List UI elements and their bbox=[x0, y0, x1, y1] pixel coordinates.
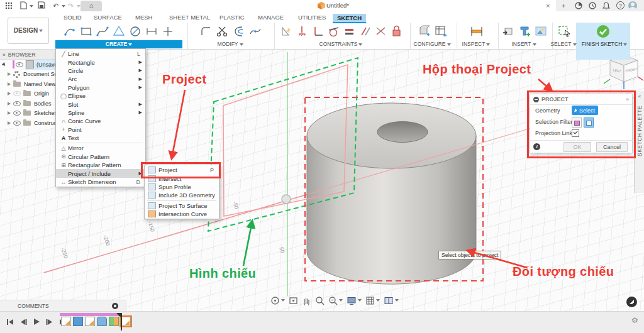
expand-triangle-icon[interactable] bbox=[8, 72, 11, 76]
visibility-eye-icon[interactable] bbox=[13, 101, 21, 106]
design-workspace-button[interactable]: DESIGN bbox=[8, 18, 49, 44]
visibility-eye-icon[interactable] bbox=[13, 111, 21, 116]
look-at-icon[interactable] bbox=[289, 296, 298, 305]
tab-mesh[interactable]: MESH bbox=[135, 14, 152, 21]
finish-sketch-label[interactable]: FINISH SKETCH bbox=[579, 41, 630, 47]
menu-item-text[interactable]: AText bbox=[56, 134, 145, 142]
notifications-bell-icon[interactable] bbox=[602, 2, 610, 10]
horizontal-dimension-icon[interactable] bbox=[145, 25, 158, 38]
dialog-header[interactable]: PROJECT » bbox=[530, 94, 632, 105]
tab-manage[interactable]: MANAGE bbox=[258, 14, 284, 21]
select-button[interactable]: Select bbox=[572, 106, 598, 115]
submenu-item-intersect[interactable]: Intersect bbox=[145, 174, 219, 182]
derive-icon[interactable] bbox=[501, 25, 515, 38]
lock-icon[interactable] bbox=[390, 25, 403, 38]
display-settings-icon[interactable] bbox=[347, 296, 362, 305]
step-back-icon[interactable] bbox=[19, 319, 27, 325]
offset-icon[interactable] bbox=[232, 25, 246, 38]
line-icon[interactable] bbox=[63, 25, 77, 38]
timeline-fillet-feature[interactable] bbox=[97, 317, 107, 326]
orbit-icon[interactable] bbox=[270, 296, 285, 305]
expand-dialog-icon[interactable]: » bbox=[626, 96, 629, 102]
collapse-panel-icon[interactable]: « bbox=[3, 52, 6, 58]
zoom-icon[interactable] bbox=[315, 296, 325, 305]
insert-component-icon[interactable] bbox=[518, 25, 531, 38]
inspect-group-label[interactable]: INSPECT bbox=[457, 41, 496, 47]
submenu-item-include-3d-geometry[interactable]: Include 3D Geometry bbox=[145, 191, 219, 199]
avatar[interactable] bbox=[628, 1, 637, 10]
tab-surface[interactable]: SURFACE bbox=[94, 14, 122, 21]
info-icon[interactable]: i bbox=[533, 143, 540, 150]
break-curve-icon[interactable] bbox=[248, 25, 262, 38]
file-menu-icon[interactable] bbox=[20, 1, 27, 9]
timeline-sketch-feature[interactable] bbox=[61, 317, 71, 326]
rectangle-icon[interactable] bbox=[79, 25, 93, 38]
configure-cube-icon[interactable] bbox=[418, 25, 431, 38]
expand-triangle-icon[interactable] bbox=[8, 102, 11, 106]
select-group-label[interactable]: SELECT bbox=[546, 41, 581, 47]
menu-item-polygon[interactable]: Polygon▶ bbox=[56, 84, 145, 92]
grid-settings-icon[interactable] bbox=[365, 296, 380, 305]
timeline-extrude-feature[interactable] bbox=[73, 317, 83, 326]
finish-sketch-check-icon[interactable] bbox=[596, 24, 611, 39]
fix-constraint-icon[interactable] bbox=[296, 25, 309, 38]
create-group-label[interactable]: CREATE bbox=[55, 40, 182, 48]
body-filter-icon[interactable] bbox=[572, 117, 582, 128]
viewports-icon[interactable] bbox=[384, 296, 399, 305]
menu-item-slot[interactable]: Slot▶ bbox=[56, 100, 145, 108]
projection-link-checkbox[interactable] bbox=[572, 129, 579, 137]
visibility-eye-icon[interactable] bbox=[16, 62, 23, 67]
undo-icon[interactable]: ↶ bbox=[53, 1, 58, 10]
redo-icon[interactable]: ↷ bbox=[68, 1, 74, 10]
parallel-icon[interactable] bbox=[358, 25, 372, 38]
undo-caret-icon[interactable] bbox=[62, 5, 65, 8]
measure-icon[interactable] bbox=[469, 25, 484, 38]
expand-triangle-icon[interactable] bbox=[2, 62, 7, 67]
menu-item-mirror[interactable]: △Mirror bbox=[56, 144, 145, 152]
menu-item-ellipse[interactable]: ◯Ellipse bbox=[56, 92, 145, 100]
menu-item-circular-pattern[interactable]: ⊛Circular Pattern bbox=[56, 153, 145, 161]
submenu-item-intersection-curve[interactable]: Intersection Curve bbox=[145, 210, 219, 218]
menu-item-conic-curve[interactable]: ∩Conic Curve bbox=[56, 117, 145, 125]
save-icon[interactable] bbox=[38, 1, 45, 9]
tab-plastic[interactable]: PLASTIC bbox=[219, 14, 245, 21]
menu-item-spline[interactable]: Spline▶ bbox=[56, 109, 145, 117]
timeline-sketch-feature[interactable] bbox=[85, 317, 95, 326]
activity-clock-icon[interactable] bbox=[589, 2, 596, 9]
submenu-item-project-to-surface[interactable]: Project To Surface bbox=[145, 202, 219, 210]
sketch-scale-icon[interactable] bbox=[280, 25, 293, 38]
face-filter-icon[interactable] bbox=[584, 117, 594, 128]
expand-triangle-icon[interactable] bbox=[8, 92, 11, 96]
comments-bar[interactable]: COMMENTS bbox=[0, 300, 126, 312]
new-tab-icon[interactable]: + bbox=[562, 1, 565, 10]
perpendicular-icon[interactable] bbox=[311, 25, 325, 38]
menu-item-project-include[interactable]: Project / Include▶ bbox=[56, 169, 145, 177]
timeline-modify-feature[interactable] bbox=[109, 317, 119, 326]
configuration-table-icon[interactable] bbox=[434, 25, 448, 38]
timeline-active-sketch-feature[interactable] bbox=[121, 317, 131, 326]
spline-icon[interactable] bbox=[96, 25, 109, 38]
tab-sketch[interactable]: SKETCH bbox=[333, 14, 366, 23]
insert-group-label[interactable]: INSERT bbox=[498, 41, 550, 47]
configure-group-label[interactable]: CONFIGURE bbox=[410, 41, 454, 47]
step-forward-icon[interactable] bbox=[46, 319, 53, 325]
menu-item-circle[interactable]: Circle▶ bbox=[56, 67, 145, 75]
extensions-icon[interactable] bbox=[575, 2, 582, 9]
cancel-button[interactable]: Cancel bbox=[596, 142, 628, 152]
trim-scissors-icon[interactable] bbox=[216, 25, 230, 38]
submenu-item-spun-profile[interactable]: Spun Profile bbox=[145, 183, 219, 191]
expand-triangle-icon[interactable] bbox=[8, 82, 11, 86]
symmetry-icon[interactable] bbox=[374, 25, 387, 38]
file-menu-caret-icon[interactable] bbox=[30, 5, 33, 8]
menu-item-line[interactable]: ╱LineL bbox=[56, 50, 145, 58]
assistant-button[interactable] bbox=[626, 297, 637, 307]
dialog-menu-icon[interactable] bbox=[533, 97, 539, 102]
menu-item-point[interactable]: +Point bbox=[56, 126, 145, 134]
menu-item-rectangular-pattern[interactable]: ⊞Rectangular Pattern bbox=[56, 161, 145, 169]
expand-triangle-icon[interactable] bbox=[8, 111, 11, 115]
ok-button[interactable]: OK bbox=[564, 142, 591, 152]
help-icon[interactable]: ? bbox=[616, 1, 625, 9]
apps-grid-icon[interactable] bbox=[5, 2, 13, 9]
sketch-palette-strip[interactable]: « SKETCH PALETTE bbox=[634, 91, 644, 193]
timeline-playhead[interactable] bbox=[121, 313, 122, 330]
